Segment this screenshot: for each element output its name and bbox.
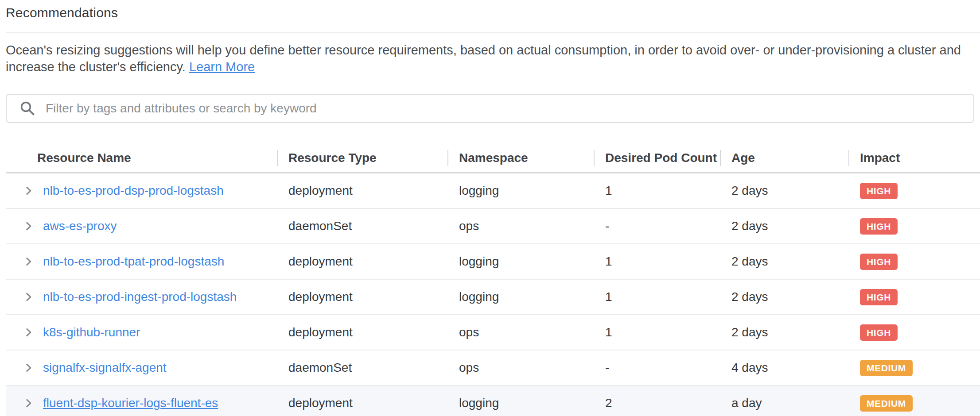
resource-type-cell: deployment	[277, 254, 447, 269]
namespace-cell: ops	[447, 325, 594, 339]
column-header-namespace: Namespace	[447, 144, 594, 172]
namespace-cell: ops	[447, 219, 594, 233]
expand-chevron-icon[interactable]	[23, 185, 34, 196]
pod-count-cell: 1	[594, 290, 720, 304]
expand-chevron-icon[interactable]	[23, 362, 34, 374]
description-text: Ocean's resizing suggestions will help y…	[6, 43, 961, 74]
expand-chevron-icon[interactable]	[23, 397, 34, 409]
resource-type-cell: daemonSet	[277, 219, 447, 233]
namespace-cell: logging	[447, 290, 594, 304]
column-header-age: Age	[720, 144, 848, 172]
column-header-impact: Impact	[848, 144, 980, 172]
namespace-cell: logging	[447, 254, 594, 269]
impact-badge: HIGH	[860, 289, 898, 305]
impact-badge: HIGH	[860, 183, 898, 199]
filter-bar[interactable]	[6, 94, 974, 123]
expand-chevron-icon[interactable]	[23, 256, 34, 267]
recommendations-table: Resource Name Resource Type Namespace De…	[6, 144, 980, 416]
pod-count-cell: -	[594, 219, 720, 233]
expand-chevron-icon[interactable]	[23, 327, 34, 338]
resource-name-link[interactable]: fluent-dsp-kourier-logs-fluent-es	[43, 396, 218, 410]
table-row[interactable]: aws-es-proxy daemonSet ops - 2 days HIGH	[6, 209, 980, 244]
resource-name-link[interactable]: nlb-to-es-prod-tpat-prod-logstash	[43, 254, 224, 269]
impact-badge: MEDIUM	[860, 360, 913, 376]
filter-input[interactable]	[46, 101, 973, 116]
namespace-cell: logging	[447, 184, 594, 198]
pod-count-cell: -	[594, 361, 720, 375]
recommendations-page: Recommendations Ocean's resizing suggest…	[0, 0, 980, 416]
pod-count-cell: 2	[594, 396, 720, 410]
table-row[interactable]: signalfx-signalfx-agent daemonSet ops - …	[6, 351, 980, 386]
title-divider	[6, 32, 980, 33]
table-row[interactable]: fluent-dsp-kourier-logs-fluent-es deploy…	[6, 386, 980, 416]
resource-type-cell: deployment	[277, 325, 447, 339]
column-header-resource-name: Resource Name	[6, 144, 277, 172]
resource-name-link[interactable]: nlb-to-es-prod-ingest-prod-logstash	[43, 290, 237, 304]
table-header: Resource Name Resource Type Namespace De…	[6, 144, 980, 173]
impact-badge: MEDIUM	[860, 395, 913, 412]
pod-count-cell: 1	[594, 184, 720, 198]
expand-chevron-icon[interactable]	[23, 220, 34, 232]
column-header-resource-type: Resource Type	[277, 144, 447, 172]
resource-name-link[interactable]: aws-es-proxy	[43, 219, 117, 233]
resource-type-cell: deployment	[277, 290, 447, 304]
resource-name-link[interactable]: nlb-to-es-prod-dsp-prod-logstash	[43, 184, 224, 198]
resource-name-link[interactable]: signalfx-signalfx-agent	[43, 361, 167, 375]
resource-type-cell: deployment	[277, 184, 447, 198]
page-description: Ocean's resizing suggestions will help y…	[6, 42, 980, 75]
table-row[interactable]: k8s-github-runner deployment ops 1 2 day…	[6, 315, 980, 351]
table-row[interactable]: nlb-to-es-prod-tpat-prod-logstash deploy…	[6, 244, 980, 280]
resource-name-link[interactable]: k8s-github-runner	[43, 325, 140, 339]
column-header-desired-pod-count: Desired Pod Count	[594, 144, 720, 172]
page-title: Recommendations	[6, 0, 980, 20]
age-cell: 2 days	[720, 219, 848, 233]
impact-badge: HIGH	[860, 218, 898, 235]
learn-more-link[interactable]: Learn More	[189, 60, 255, 74]
pod-count-cell: 1	[594, 254, 720, 269]
impact-badge: HIGH	[860, 254, 898, 270]
age-cell: 2 days	[720, 325, 848, 339]
age-cell: 2 days	[720, 184, 848, 198]
search-icon	[20, 101, 35, 116]
pod-count-cell: 1	[594, 325, 720, 339]
expand-chevron-icon[interactable]	[23, 291, 34, 303]
age-cell: 2 days	[720, 254, 848, 269]
resource-type-cell: deployment	[277, 396, 447, 410]
resource-type-cell: daemonSet	[277, 361, 447, 375]
age-cell: a day	[720, 396, 848, 410]
namespace-cell: ops	[447, 361, 594, 375]
age-cell: 4 days	[720, 361, 848, 375]
table-row[interactable]: nlb-to-es-prod-ingest-prod-logstash depl…	[6, 280, 980, 315]
impact-badge: HIGH	[860, 324, 898, 341]
namespace-cell: logging	[447, 396, 594, 410]
table-row[interactable]: nlb-to-es-prod-dsp-prod-logstash deploym…	[6, 173, 980, 209]
table-body: nlb-to-es-prod-dsp-prod-logstash deploym…	[6, 173, 980, 416]
age-cell: 2 days	[720, 290, 848, 304]
